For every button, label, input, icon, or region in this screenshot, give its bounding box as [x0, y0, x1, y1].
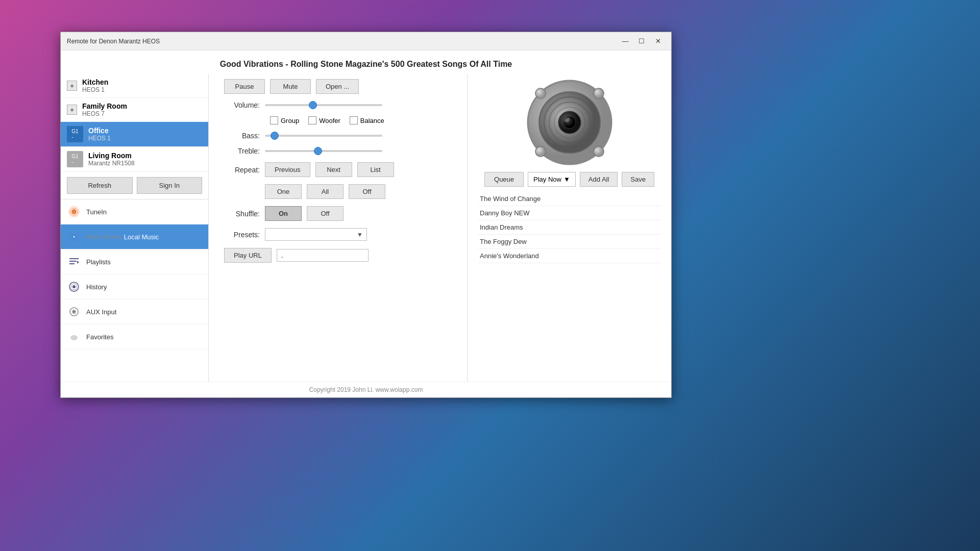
group-checkbox[interactable]: Group	[270, 116, 299, 124]
play-now-chevron-icon: ▼	[564, 176, 570, 183]
minimize-button[interactable]: —	[618, 36, 632, 47]
save-button[interactable]: Save	[622, 172, 654, 187]
svg-point-18	[535, 88, 546, 98]
queue-item-0[interactable]: The Wind of Change	[478, 192, 661, 206]
next-button[interactable]: Next	[315, 162, 352, 177]
device-name-living-room: Living Room	[88, 152, 135, 160]
svg-point-15	[74, 311, 75, 313]
sidebar-device-office[interactable]: G1- Office HEOS 1	[61, 122, 208, 147]
sidebar-item-local-music[interactable]: Music Servers Local Music	[61, 224, 208, 249]
sidebar-device-kitchen[interactable]: + Kitchen HEOS 1	[61, 74, 208, 98]
svg-point-20	[535, 146, 546, 157]
queue-bar: Queue Play Now ▼ Add All Save	[478, 172, 661, 187]
local-music-label: Local Music	[124, 233, 159, 241]
close-button[interactable]: ✕	[651, 36, 665, 47]
restore-button[interactable]: ☐	[634, 36, 649, 47]
aux-input-label: AUX Input	[86, 308, 116, 316]
volume-slider[interactable]	[265, 104, 382, 106]
speaker-image	[526, 79, 613, 166]
history-label: History	[86, 283, 107, 291]
balance-label: Balance	[360, 117, 384, 124]
woofer-checkbox[interactable]: Woofer	[308, 116, 340, 124]
sidebar-item-favorites[interactable]: Favorites	[61, 324, 208, 349]
playlists-label: Playlists	[86, 258, 111, 266]
play-url-input[interactable]	[277, 249, 369, 262]
sidebar-item-playlists[interactable]: Playlists	[61, 249, 208, 274]
mute-button[interactable]: Mute	[270, 79, 311, 94]
woofer-checkbox-box	[308, 116, 316, 124]
tunein-icon	[67, 205, 81, 219]
device-name-office: Office	[88, 127, 111, 135]
presets-wrapper: ▼	[265, 228, 367, 241]
expand-family-room-button[interactable]: +	[67, 105, 77, 115]
device-name-kitchen: Kitchen	[82, 78, 108, 86]
shuffle-row: Shuffle: On Off	[224, 206, 452, 221]
group-checkbox-box	[270, 116, 278, 124]
shuffle-off-button[interactable]: Off	[307, 206, 344, 221]
sidebar-item-aux-input[interactable]: AUX Input	[61, 299, 208, 324]
open-button[interactable]: Open ...	[316, 79, 359, 94]
treble-slider[interactable]	[265, 150, 382, 152]
aux-input-icon	[67, 305, 81, 319]
queue-item-3[interactable]: The Foggy Dew	[478, 235, 661, 249]
bass-row: Bass:	[224, 132, 452, 140]
svg-rect-7	[69, 261, 77, 262]
woofer-label: Woofer	[319, 117, 340, 124]
playlists-icon	[67, 255, 81, 269]
svg-point-16	[70, 335, 78, 340]
sidebar-device-family-room[interactable]: + Family Room HEOS 7	[61, 98, 208, 122]
repeat-one-button[interactable]: One	[265, 184, 302, 199]
queue-item-4[interactable]: Annie's Wonderland	[478, 249, 661, 263]
window-body: Good Vibrations - Rolling Stone Magazine…	[61, 51, 671, 397]
repeat-row: Repeat: Previous Next List	[224, 162, 452, 177]
sidebar-item-history[interactable]: History	[61, 274, 208, 299]
play-now-button[interactable]: Play Now ▼	[528, 172, 576, 187]
svg-point-21	[594, 146, 604, 157]
device-name-family-room: Family Room	[82, 102, 127, 110]
window-title: Remote for Denon Marantz HEOS	[67, 38, 160, 45]
sidebar-item-tunein[interactable]: TuneIn	[61, 199, 208, 224]
presets-label: Presets:	[224, 231, 260, 239]
svg-point-12	[72, 285, 76, 288]
sign-in-button[interactable]: Sign In	[137, 177, 203, 194]
play-url-button[interactable]: Play URL	[224, 248, 272, 263]
repeat-label: Repeat:	[224, 166, 260, 174]
now-playing-title: Good Vibrations - Rolling Stone Magazine…	[61, 51, 671, 74]
queue-item-2[interactable]: Indian Dreams	[478, 220, 661, 235]
refresh-button[interactable]: Refresh	[67, 177, 133, 194]
play-url-row: Play URL	[224, 248, 452, 263]
presets-select[interactable]	[265, 228, 367, 241]
svg-rect-8	[69, 263, 75, 264]
treble-row: Treble:	[224, 147, 452, 155]
previous-button[interactable]: Previous	[265, 162, 310, 177]
app-window: Remote for Denon Marantz HEOS — ☐ ✕ Good…	[60, 32, 672, 398]
checkboxes-row: Group Woofer Balance	[265, 116, 452, 124]
repeat-modes-row: One All Off	[265, 184, 452, 199]
right-panel: Queue Play Now ▼ Add All Save The Wind o…	[467, 74, 671, 382]
sidebar-action-buttons: Refresh Sign In	[61, 172, 208, 199]
sidebar: + Kitchen HEOS 1 + Family Room HEOS 7	[61, 74, 209, 382]
group-label-living-room: G1-	[67, 151, 83, 167]
add-all-button[interactable]: Add All	[580, 172, 618, 187]
sidebar-device-living-room[interactable]: G1- Living Room Marantz NR1508	[61, 147, 208, 172]
queue-button[interactable]: Queue	[484, 172, 524, 187]
group-label: Group	[281, 117, 299, 124]
device-sub-kitchen: HEOS 1	[82, 86, 108, 93]
title-bar: Remote for Denon Marantz HEOS — ☐ ✕	[61, 32, 671, 51]
repeat-off-button[interactable]: Off	[349, 184, 385, 199]
svg-point-27	[564, 116, 576, 129]
svg-point-5	[74, 236, 75, 238]
balance-checkbox[interactable]: Balance	[350, 116, 384, 124]
treble-label: Treble:	[224, 147, 260, 155]
music-servers-label: Music Servers	[86, 234, 122, 240]
bass-slider[interactable]	[265, 135, 382, 137]
list-button[interactable]: List	[357, 162, 394, 177]
shuffle-on-button[interactable]: On	[265, 206, 302, 221]
pause-button[interactable]: Pause	[224, 79, 265, 94]
repeat-all-button[interactable]: All	[307, 184, 344, 199]
history-icon	[67, 280, 81, 294]
queue-item-1[interactable]: Danny Boy NEW	[478, 206, 661, 220]
expand-kitchen-button[interactable]: +	[67, 81, 77, 91]
bass-label: Bass:	[224, 132, 260, 140]
svg-point-19	[594, 88, 604, 98]
